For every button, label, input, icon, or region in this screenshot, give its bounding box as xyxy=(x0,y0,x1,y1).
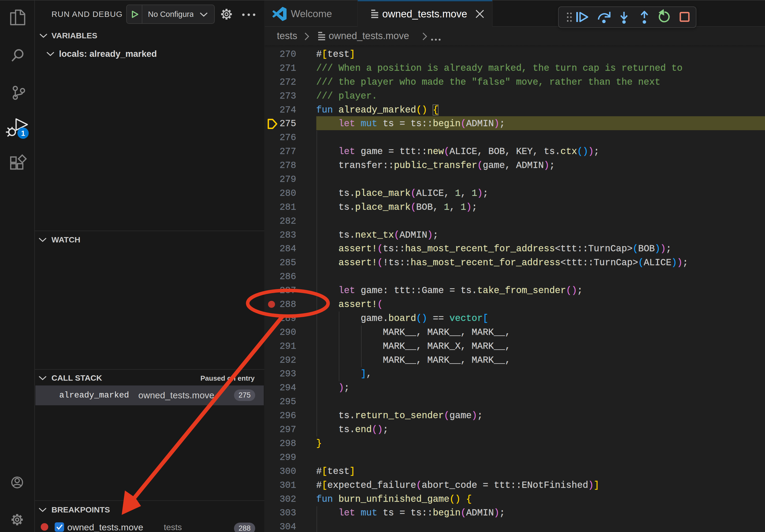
svg-text:1: 1 xyxy=(21,130,25,137)
